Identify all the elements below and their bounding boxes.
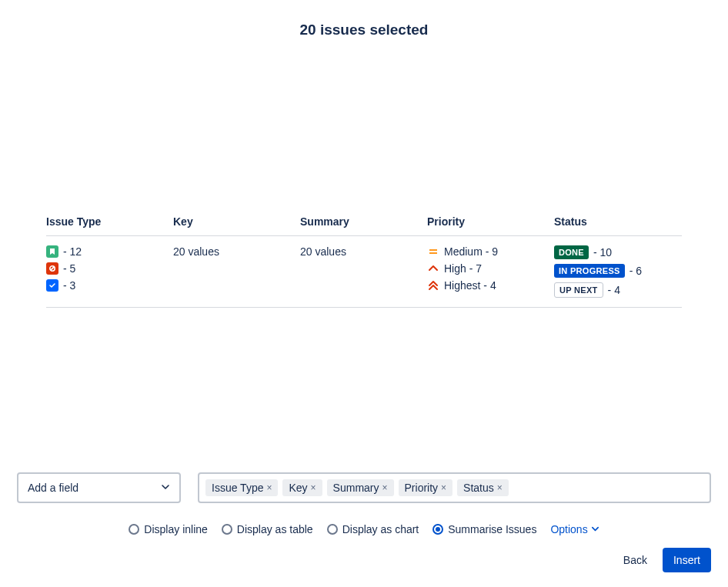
bug-icon <box>46 262 58 275</box>
field-chip[interactable]: Status × <box>457 479 509 496</box>
task-icon <box>46 279 58 292</box>
page-title: 20 issues selected <box>0 0 728 46</box>
chip-remove-icon[interactable]: × <box>497 482 503 493</box>
display-option-chart[interactable]: Display as chart <box>327 523 419 535</box>
summary-row: - 12 - 5 - 3 <box>46 236 682 308</box>
add-field-label: Add a field <box>28 482 78 494</box>
options-dropdown[interactable]: Options <box>550 523 599 535</box>
priority-medium-icon <box>427 245 439 258</box>
insert-button[interactable]: Insert <box>663 548 711 572</box>
field-chip[interactable]: Key × <box>282 479 322 496</box>
priority-highest-icon <box>427 279 439 292</box>
issue-type-count: - 12 <box>63 245 82 258</box>
chip-remove-icon[interactable]: × <box>266 482 272 493</box>
radio-icon <box>222 524 232 535</box>
back-button[interactable]: Back <box>620 548 650 572</box>
chip-remove-icon[interactable]: × <box>441 482 446 493</box>
chip-label: Priority <box>405 482 439 494</box>
radio-icon <box>327 524 338 535</box>
display-option-table[interactable]: Display as table <box>222 523 313 535</box>
chip-label: Status <box>463 482 494 494</box>
issue-type-count: - 5 <box>63 262 75 275</box>
col-header-summary: Summary <box>300 208 427 236</box>
options-label: Options <box>550 523 587 535</box>
chip-remove-icon[interactable]: × <box>382 482 388 493</box>
issue-type-count: - 3 <box>63 279 75 292</box>
priority-label: Medium - 9 <box>444 245 498 258</box>
radio-label: Display as chart <box>342 523 419 535</box>
priority-label: High - 7 <box>444 262 482 275</box>
field-chip[interactable]: Priority × <box>399 479 453 496</box>
field-chip[interactable]: Issue Type × <box>205 479 278 496</box>
priority-item: Highest - 4 <box>427 279 548 292</box>
chip-label: Key <box>289 482 307 494</box>
priority-label: Highest - 4 <box>444 279 496 292</box>
radio-label: Display as table <box>237 523 313 535</box>
chip-label: Issue Type <box>212 482 263 494</box>
priority-item: High - 7 <box>427 262 548 275</box>
status-badge-up-next: UP NEXT <box>554 282 603 298</box>
radio-label: Display inline <box>144 523 207 535</box>
chip-label: Summary <box>333 482 379 494</box>
col-header-key: Key <box>173 208 300 236</box>
display-option-summarise[interactable]: Summarise Issues <box>432 523 536 535</box>
field-chip-container[interactable]: Issue Type × Key × Summary × Priority × … <box>198 472 711 503</box>
status-item: IN PROGRESS - 6 <box>554 264 676 278</box>
issue-type-item: - 3 <box>46 279 167 292</box>
chip-remove-icon[interactable]: × <box>311 482 316 493</box>
issue-type-item: - 5 <box>46 262 167 275</box>
chevron-down-icon <box>591 523 599 535</box>
status-item: UP NEXT - 4 <box>554 282 676 298</box>
status-count: - 4 <box>608 284 620 296</box>
radio-icon <box>129 524 139 535</box>
priority-item: Medium - 9 <box>427 245 548 258</box>
summary-table: Issue Type Key Summary Priority Status -… <box>46 208 682 308</box>
add-field-dropdown[interactable]: Add a field <box>17 472 181 503</box>
status-badge-in-progress: IN PROGRESS <box>554 264 625 278</box>
field-chip[interactable]: Summary × <box>327 479 394 496</box>
radio-label: Summarise Issues <box>448 523 536 535</box>
key-cell: 20 values <box>173 245 219 258</box>
display-option-inline[interactable]: Display inline <box>129 523 207 535</box>
priority-high-icon <box>427 262 439 275</box>
radio-icon <box>432 524 443 535</box>
status-count: - 6 <box>629 265 642 277</box>
svg-line-1 <box>51 267 55 271</box>
col-header-issue-type: Issue Type <box>46 208 173 236</box>
story-icon <box>46 245 58 258</box>
col-header-priority: Priority <box>427 208 554 236</box>
col-header-status: Status <box>554 208 682 236</box>
chevron-down-icon <box>161 482 170 494</box>
status-item: DONE - 10 <box>554 245 676 259</box>
issue-type-item: - 12 <box>46 245 167 258</box>
summary-cell: 20 values <box>300 245 346 258</box>
status-count: - 10 <box>593 246 612 258</box>
status-badge-done: DONE <box>554 245 589 259</box>
